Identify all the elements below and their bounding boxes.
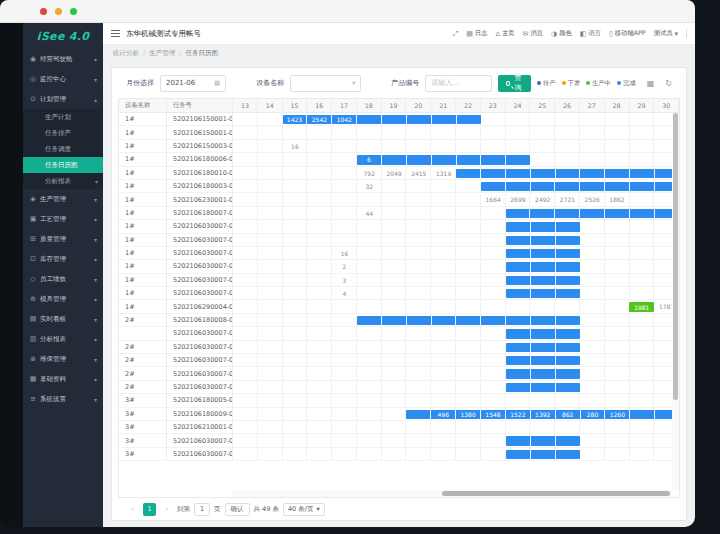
header-action-logs[interactable]: ▤日志 — [466, 29, 487, 38]
gantt-bar-cell — [531, 276, 556, 285]
refresh-icon[interactable]: ↻ — [665, 79, 672, 88]
breadcrumb-item[interactable]: 统计分析 — [113, 49, 139, 58]
device-name-cell: 1# — [119, 140, 167, 153]
user-menu[interactable]: 测试员 ▾ — [654, 29, 678, 38]
day-cell — [456, 341, 481, 354]
sidebar-item-employee-performance[interactable]: ◇员工绩效▾ — [23, 269, 103, 289]
day-column-header: 24 — [506, 99, 531, 112]
confirm-jump-button[interactable]: 确认 — [225, 503, 250, 516]
sidebar-item-mold-management[interactable]: ⊕模具管理▾ — [23, 289, 103, 309]
day-cell — [332, 180, 357, 193]
sidebar-subitem-task-calendar[interactable]: 任务日历图 — [23, 157, 103, 173]
sidebar-item-system-settings[interactable]: ≡系统设置▾ — [23, 389, 103, 409]
header-action-messages[interactable]: ✉消息 — [523, 29, 543, 38]
gantt-bar[interactable] — [506, 343, 580, 352]
sidebar-item-business-cockpit[interactable]: ◉经营驾驶舱▾ — [23, 49, 103, 69]
gantt-bar[interactable] — [506, 236, 580, 245]
gantt-bar[interactable] — [506, 383, 580, 392]
day-cell — [258, 367, 283, 380]
day-cell — [605, 300, 630, 313]
gantt-bar-cell: 280 — [581, 410, 606, 419]
grid-view-icon[interactable]: ▦ — [647, 79, 655, 88]
sidebar-item-plan-management[interactable]: ⊙计划管理▴ — [23, 89, 103, 109]
gantt-value-label: 2492 — [530, 193, 555, 206]
month-input[interactable]: 2021-06 ▦ — [160, 75, 226, 92]
day-cell — [382, 260, 407, 273]
device-select[interactable]: ▾ — [290, 75, 361, 92]
header-action-color[interactable]: ◑颜色 — [551, 29, 572, 38]
breadcrumb-item[interactable]: 生产管理 — [139, 49, 175, 58]
sidebar-item-inventory-management[interactable]: ⊡库存管理▾ — [23, 249, 103, 269]
day-cell — [382, 421, 407, 434]
header-action-language[interactable]: ◧语言 — [580, 29, 601, 38]
gantt-bar[interactable]: 49613801548152213928622801260 — [406, 410, 679, 419]
day-cell — [357, 394, 382, 407]
gantt-bar[interactable] — [506, 262, 580, 271]
sidebar-subitem-task-scheduling[interactable]: 任务排产 — [23, 125, 103, 141]
close-window-icon[interactable] — [40, 8, 47, 15]
gantt-bar[interactable]: 1981 — [629, 302, 654, 311]
gantt-row: 1#5202106180007-00144 — [119, 207, 679, 220]
gantt-bar[interactable] — [506, 356, 580, 365]
gantt-bar[interactable] — [357, 316, 580, 325]
sidebar-item-analysis-report[interactable]: ▥分析报表▾ — [23, 329, 103, 349]
sidebar-item-production-management[interactable]: ◈生产管理▾ — [23, 189, 103, 209]
gantt-bar[interactable]: 6 — [357, 155, 530, 164]
gantt-bar[interactable] — [506, 369, 580, 378]
page-1-button[interactable]: 1 — [143, 503, 156, 516]
gantt-bar[interactable] — [506, 289, 580, 298]
gantt-bar-cell — [556, 329, 580, 338]
sidebar-subitem-production-plan[interactable]: 生产计划 — [23, 109, 103, 125]
product-number-input[interactable] — [431, 79, 485, 87]
day-cell — [332, 193, 357, 206]
sidebar-item-realtime-board[interactable]: ▤实时看板▾ — [23, 309, 103, 329]
gantt-bar[interactable] — [481, 182, 679, 191]
day-cell — [307, 207, 332, 220]
day-cell — [332, 408, 357, 421]
gantt-row: 5202106030007-001_C — [119, 327, 679, 340]
day-cell — [332, 448, 357, 461]
gantt-bar[interactable] — [506, 249, 580, 258]
minimize-window-icon[interactable] — [55, 8, 62, 15]
next-page-button[interactable]: › — [160, 503, 173, 516]
gantt-bar[interactable] — [506, 209, 679, 218]
prev-page-button[interactable]: ‹ — [126, 503, 139, 516]
sidebar-subitem-analysis-report-sub[interactable]: 分析报表▾ — [23, 173, 103, 189]
sidebar-item-quality-management[interactable]: ⊞质量管理▾ — [23, 229, 103, 249]
gantt-bar[interactable] — [506, 276, 580, 285]
day-cell — [630, 421, 655, 434]
chevron-down-icon: ▾ — [94, 296, 97, 303]
gantt-bar-cell: 862 — [556, 410, 581, 419]
jump-page-input[interactable]: 1 — [194, 503, 210, 516]
sidebar-item-maintenance-management[interactable]: ⊗维保管理▾ — [23, 349, 103, 369]
horizontal-scrollbar[interactable] — [233, 490, 672, 497]
gantt-bar[interactable] — [506, 436, 580, 445]
sidebar-item-process-management[interactable]: ▣工艺管理▾ — [23, 209, 103, 229]
day-cell — [332, 354, 357, 367]
vertical-scrollbar-thumb[interactable] — [673, 113, 678, 400]
gantt-bar[interactable] — [506, 222, 580, 231]
chevron-down-icon: ▾ — [94, 236, 97, 243]
sidebar-item-basic-data[interactable]: ▦基础资料▾ — [23, 369, 103, 389]
horizontal-scrollbar-thumb[interactable] — [442, 491, 670, 496]
header-action-mobile-app[interactable]: ▯移动端APP — [609, 29, 646, 38]
gantt-bar[interactable] — [506, 450, 580, 459]
zoom-window-icon[interactable] — [70, 8, 77, 15]
day-cell — [406, 341, 431, 354]
gantt-bar[interactable] — [456, 169, 679, 178]
vertical-scrollbar[interactable] — [672, 113, 679, 490]
page-size-select[interactable]: 40 条/页 ▾ — [283, 503, 325, 516]
day-cell — [357, 354, 382, 367]
collapse-sidebar-icon[interactable] — [111, 30, 120, 37]
day-cell — [481, 300, 506, 313]
gantt-row: 1#5202106030007-001_C... — [119, 220, 679, 233]
gantt-bar[interactable]: 142325421042 — [283, 115, 481, 124]
header-action-home[interactable]: ⌂主页 — [496, 29, 515, 38]
sidebar-item-monitor-center[interactable]: ◎监控中心▾ — [23, 69, 103, 89]
gantt-bar-cell — [630, 182, 655, 191]
search-button[interactable]: 查询 — [498, 75, 532, 92]
day-cell — [456, 434, 481, 447]
gantt-bar[interactable] — [506, 329, 580, 338]
sidebar-subitem-task-dispatch[interactable]: 任务调度 — [23, 141, 103, 157]
gantt-bar-cell — [506, 182, 531, 191]
